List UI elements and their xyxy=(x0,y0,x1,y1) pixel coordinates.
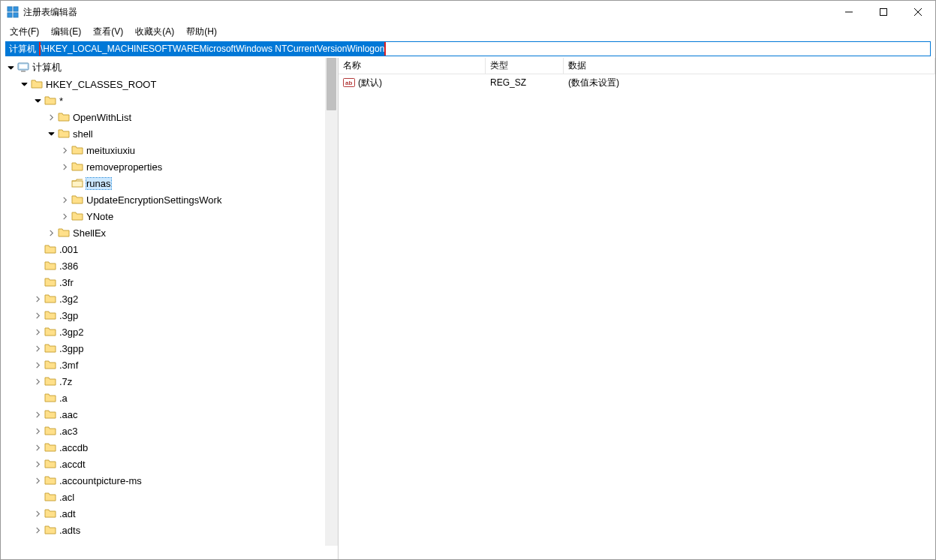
tree-node-ext-001[interactable]: .001 xyxy=(32,241,338,257)
close-button[interactable] xyxy=(901,1,935,23)
tree-node-ext-3fr[interactable]: .3fr xyxy=(32,274,338,291)
chevron-right-icon[interactable] xyxy=(32,343,43,354)
svg-rect-1 xyxy=(14,7,18,11)
chevron-right-icon[interactable] xyxy=(59,145,70,155)
tree-node-ext-accdb[interactable]: .accdb xyxy=(32,439,338,456)
tree-node-meituxiuxiu[interactable]: meituxiuxiu xyxy=(59,142,338,158)
tree-node-ext-ac3[interactable]: .ac3 xyxy=(32,423,338,439)
tree-node-removeproperties[interactable]: removeproperties xyxy=(59,158,338,175)
menu-file[interactable]: 文件(F) xyxy=(4,24,45,40)
values-header: 名称 类型 数据 xyxy=(339,58,935,74)
tree-node-star[interactable]: * xyxy=(32,92,338,109)
chevron-down-icon[interactable] xyxy=(32,95,43,106)
tree-node-computer[interactable]: 计算机 xyxy=(5,59,338,76)
tree-node-ynote[interactable]: YNote xyxy=(59,208,338,224)
tree-node-ext-accountpicture[interactable]: .accountpicture-ms xyxy=(32,472,338,489)
tree-node-ext-3gpp[interactable]: .3gpp xyxy=(32,340,338,357)
tree-vertical-scrollbar[interactable] xyxy=(325,58,338,546)
chevron-right-icon[interactable] xyxy=(59,161,70,172)
tree-node-ext-3gp2[interactable]: .3gp2 xyxy=(32,324,338,340)
folder-icon xyxy=(44,507,56,519)
values-body: ab (默认) REG_SZ (数值未设置) xyxy=(339,74,935,91)
tree-node-hkcr[interactable]: HKEY_CLASSES_ROOT xyxy=(19,76,338,92)
chevron-right-icon[interactable] xyxy=(32,508,43,519)
chevron-right-icon[interactable] xyxy=(32,459,43,469)
folder-icon xyxy=(71,161,83,173)
chevron-right-icon[interactable] xyxy=(32,376,43,387)
addressbar-path: \HKEY_LOCAL_MACHINESOFTWAREMicrosoftWind… xyxy=(41,42,384,56)
tree-node-ext-adts[interactable]: .adts xyxy=(32,522,338,538)
tree-node-runas[interactable]: runas xyxy=(59,175,338,191)
tree-node-ext-3gp[interactable]: .3gp xyxy=(32,307,338,324)
menu-favorites[interactable]: 收藏夹(A) xyxy=(129,24,180,40)
tree-node-ext-3mf[interactable]: .3mf xyxy=(32,357,338,373)
column-header-name[interactable]: 名称 xyxy=(339,58,486,74)
tree-node-ext-a[interactable]: .a xyxy=(32,390,338,406)
folder-icon xyxy=(44,524,56,536)
cell-type: REG_SZ xyxy=(486,77,564,88)
chevron-down-icon[interactable] xyxy=(5,62,16,73)
chevron-right-icon[interactable] xyxy=(46,227,56,238)
minimize-button[interactable] xyxy=(832,1,866,23)
tree-node-ext-7z[interactable]: .7z xyxy=(32,373,338,390)
chevron-down-icon[interactable] xyxy=(19,79,29,89)
tree-node-shellex[interactable]: ShellEx xyxy=(46,224,338,241)
addressbar[interactable]: 计算机 \HKEY_LOCAL_MACHINESOFTWAREMicrosoft… xyxy=(5,41,931,56)
chevron-right-icon[interactable] xyxy=(32,360,43,370)
folder-icon xyxy=(44,408,56,420)
cell-data: (数值未设置) xyxy=(564,77,935,89)
tree-label: 计算机 xyxy=(32,61,62,74)
addressbar-prefix: 计算机 xyxy=(6,42,39,56)
chevron-right-icon[interactable] xyxy=(32,310,43,321)
folder-icon xyxy=(71,194,83,206)
chevron-right-icon[interactable] xyxy=(32,525,43,535)
titlebar: 注册表编辑器 xyxy=(1,1,935,23)
chevron-right-icon[interactable] xyxy=(32,409,43,420)
tree-node-ext-adt[interactable]: .adt xyxy=(32,505,338,522)
tree-node-updateencryption[interactable]: UpdateEncryptionSettingsWork xyxy=(59,191,338,208)
folder-icon xyxy=(71,210,83,222)
window-controls xyxy=(832,1,935,23)
tree-label: .3gpp xyxy=(59,343,84,354)
chevron-right-icon[interactable] xyxy=(32,294,43,304)
folder-icon xyxy=(71,144,83,156)
folder-icon xyxy=(44,260,56,272)
tree-label: .3gp2 xyxy=(59,327,84,338)
registry-tree[interactable]: 计算机 HKEY_CLASSES_ROOT * OpenWithList xyxy=(1,58,338,538)
tree-label: .accdb xyxy=(59,442,88,453)
table-row[interactable]: ab (默认) REG_SZ (数值未设置) xyxy=(339,74,935,91)
tree-node-ext-3g2[interactable]: .3g2 xyxy=(32,291,338,307)
tree-label: .386 xyxy=(59,260,78,272)
value-name: (默认) xyxy=(358,77,382,89)
tree-node-shell[interactable]: shell xyxy=(46,125,338,142)
folder-icon xyxy=(58,111,70,123)
tree-label: HKEY_CLASSES_ROOT xyxy=(46,79,156,90)
tree-node-ext-386[interactable]: .386 xyxy=(32,257,338,274)
menu-help[interactable]: 帮助(H) xyxy=(180,24,223,40)
chevron-right-icon[interactable] xyxy=(59,211,70,221)
chevron-right-icon[interactable] xyxy=(32,426,43,436)
chevron-right-icon[interactable] xyxy=(46,112,56,122)
chevron-right-icon[interactable] xyxy=(32,442,43,453)
tree-node-ext-aac[interactable]: .aac xyxy=(32,406,338,423)
tree-node-ext-acl[interactable]: .acl xyxy=(32,489,338,505)
tree-node-openwithlist[interactable]: OpenWithList xyxy=(46,109,338,125)
chevron-right-icon[interactable] xyxy=(32,327,43,337)
scrollbar-thumb[interactable] xyxy=(327,58,336,110)
tree-node-ext-accdt[interactable]: .accdt xyxy=(32,456,338,472)
column-header-data[interactable]: 数据 xyxy=(564,58,935,74)
column-header-type[interactable]: 类型 xyxy=(486,58,564,74)
chevron-right-icon[interactable] xyxy=(32,475,43,486)
chevron-down-icon[interactable] xyxy=(46,128,56,139)
folder-icon xyxy=(44,392,56,404)
menu-view[interactable]: 查看(V) xyxy=(87,24,129,40)
menu-edit[interactable]: 编辑(E) xyxy=(45,24,87,40)
svg-rect-2 xyxy=(8,13,12,17)
folder-icon xyxy=(44,441,56,453)
maximize-button[interactable] xyxy=(866,1,901,23)
addressbar-highlight-marker: \HKEY_LOCAL_MACHINESOFTWAREMicrosoftWind… xyxy=(39,41,386,56)
svg-rect-8 xyxy=(72,181,83,187)
tree-label: .3gp xyxy=(59,310,78,321)
chevron-right-icon[interactable] xyxy=(59,194,70,205)
tree-scroll[interactable]: 计算机 HKEY_CLASSES_ROOT * OpenWithList xyxy=(1,58,338,559)
